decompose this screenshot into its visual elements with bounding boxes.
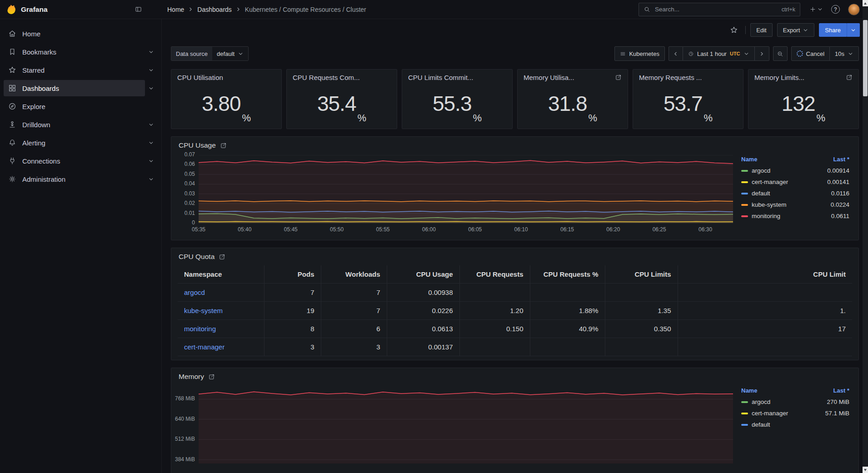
sidebar-item-home[interactable]: Home: [0, 25, 161, 43]
favorite-star-button[interactable]: [727, 23, 741, 37]
table-row: monitoring 8 6 0.0613 0.150 40.9% 0.350 …: [178, 320, 852, 338]
share-button[interactable]: Share: [819, 23, 847, 37]
legend-item[interactable]: argocd 0.00914: [741, 165, 849, 176]
panel-links-icon[interactable]: [208, 373, 215, 380]
edit-button[interactable]: Edit: [750, 23, 772, 37]
legend-item[interactable]: default: [741, 419, 849, 430]
help-button[interactable]: [830, 4, 841, 15]
column-header[interactable]: CPU Limit: [678, 265, 852, 284]
chart-legend: Name Last * argocd 0.00914 cert-manager …: [733, 155, 852, 235]
sidebar-nav: Home Bookmarks Starred Dashboards: [0, 19, 162, 473]
legend-item[interactable]: argocd 270 MiB: [741, 396, 849, 408]
legend-item[interactable]: cert-manager 57.1 MiB: [741, 408, 849, 419]
scroll-up-arrow[interactable]: [863, 0, 868, 6]
share-menu-button[interactable]: [847, 23, 860, 37]
panel-links-icon[interactable]: [220, 142, 227, 149]
table-cell: 1.20: [459, 302, 530, 320]
cancel-refresh-button[interactable]: Cancel: [791, 46, 830, 61]
series-name: argocd: [752, 398, 827, 405]
expand-chevron[interactable]: [145, 140, 157, 146]
column-header[interactable]: Pods: [264, 265, 321, 284]
chevron-down-icon: [850, 27, 856, 33]
legend-name-header[interactable]: Name: [741, 387, 757, 394]
panel-links-icon[interactable]: [846, 74, 853, 81]
series-last-value: 0.00141: [827, 179, 849, 185]
table-cell: [678, 338, 852, 356]
namespace-link[interactable]: kube-system: [184, 307, 223, 314]
profile-button[interactable]: [847, 3, 861, 16]
datasource-select[interactable]: default: [212, 47, 248, 60]
sidebar-toggle-button[interactable]: [133, 4, 144, 15]
chevron-down-icon: [817, 6, 823, 12]
stat-unit: %: [242, 112, 251, 126]
sidebar-item-explore[interactable]: Explore: [0, 97, 161, 115]
legend-item[interactable]: kube-system 0.0224: [741, 199, 849, 210]
panel-links-icon[interactable]: [219, 254, 225, 260]
column-header[interactable]: CPU Requests: [459, 265, 530, 284]
column-header[interactable]: Workloads: [321, 265, 387, 284]
sidebar-item-drilldown[interactable]: Drilldown: [0, 115, 161, 134]
expand-chevron[interactable]: [145, 176, 157, 182]
table-cell: 40.9%: [530, 320, 605, 338]
sidebar-item-dashboards[interactable]: Dashboards: [0, 79, 161, 97]
export-label: Export: [783, 27, 800, 34]
expand-chevron[interactable]: [145, 158, 157, 164]
page-scrollbar[interactable]: [863, 0, 868, 473]
time-series-plot[interactable]: [199, 155, 733, 223]
expand-chevron[interactable]: [145, 85, 157, 91]
scrollbar-thumb[interactable]: [863, 20, 868, 96]
stat-panel-memory-limits: Memory Limits... 132%: [748, 69, 859, 129]
table-cell: 1.88%: [530, 302, 605, 320]
legend-name-header[interactable]: Name: [741, 156, 757, 163]
time-range-picker[interactable]: Last 1 hour UTC: [683, 46, 755, 61]
column-header[interactable]: CPU Usage: [387, 265, 459, 284]
namespace-link[interactable]: cert-manager: [184, 343, 224, 351]
column-header[interactable]: Namespace: [178, 265, 264, 284]
nav-brand-section: Grafana: [5, 4, 167, 15]
legend-item[interactable]: cert-manager 0.00141: [741, 176, 849, 188]
cpu-quota-panel: CPU Quota Namespace Pods Wor: [171, 248, 859, 360]
search-icon: [644, 6, 650, 13]
refresh-interval-select[interactable]: 10s: [830, 46, 859, 61]
expand-chevron[interactable]: [145, 122, 157, 128]
namespace-link[interactable]: monitoring: [184, 325, 216, 333]
panel-links-icon[interactable]: [615, 74, 622, 81]
table-cell: 1.: [678, 302, 852, 320]
table-cell: [530, 284, 605, 302]
time-shift-back-button[interactable]: [668, 46, 683, 61]
legend-last-header[interactable]: Last *: [833, 156, 849, 163]
add-button[interactable]: [808, 5, 824, 14]
legend-last-header[interactable]: Last *: [833, 387, 849, 394]
column-header[interactable]: CPU Requests %: [530, 265, 605, 284]
search-box[interactable]: ctrl+k: [639, 3, 800, 16]
table-cell: 0.0226: [387, 302, 459, 320]
sidebar-item-administration[interactable]: Administration: [0, 170, 161, 188]
sidebar-item-alerting[interactable]: Alerting: [0, 134, 161, 152]
memory-chart[interactable]: 768 MiB640 MiB512 MiB384 MiB: [175, 386, 733, 473]
breadcrumb-dashboards[interactable]: Dashboards: [197, 6, 232, 13]
table-cell: 6: [321, 320, 387, 338]
time-series-plot[interactable]: [199, 386, 733, 463]
sidebar-item-bookmarks[interactable]: Bookmarks: [0, 43, 161, 61]
expand-chevron[interactable]: [145, 49, 157, 55]
kubernetes-datasource-button[interactable]: Kubernetes: [614, 46, 665, 61]
column-header[interactable]: CPU Limits: [605, 265, 678, 284]
legend-item[interactable]: default 0.0116: [741, 188, 849, 199]
expand-chevron[interactable]: [145, 67, 157, 73]
cpu-usage-chart[interactable]: 0.070.060.050.040.030.020.010 05:3505:40…: [175, 155, 733, 235]
namespace-link[interactable]: argocd: [184, 289, 205, 296]
alerting-bell-icon: [8, 139, 16, 147]
legend-item[interactable]: monitoring 0.0611: [741, 210, 849, 222]
zoom-out-button[interactable]: [773, 46, 788, 61]
sidebar-item-connections[interactable]: Connections: [0, 152, 161, 170]
series-last-value: 0.00914: [827, 167, 849, 174]
table-cell: [605, 338, 678, 356]
sidebar-item-starred[interactable]: Starred: [0, 61, 161, 79]
chevron-down-icon: [148, 49, 154, 55]
dashboard-scroll-area[interactable]: Data source default Kubernetes: [162, 41, 868, 473]
scroll-down-arrow[interactable]: [863, 467, 868, 473]
breadcrumb-home[interactable]: Home: [167, 6, 184, 13]
export-button[interactable]: Export: [777, 23, 815, 37]
search-input[interactable]: [654, 5, 778, 13]
time-shift-forward-button[interactable]: [755, 46, 769, 61]
